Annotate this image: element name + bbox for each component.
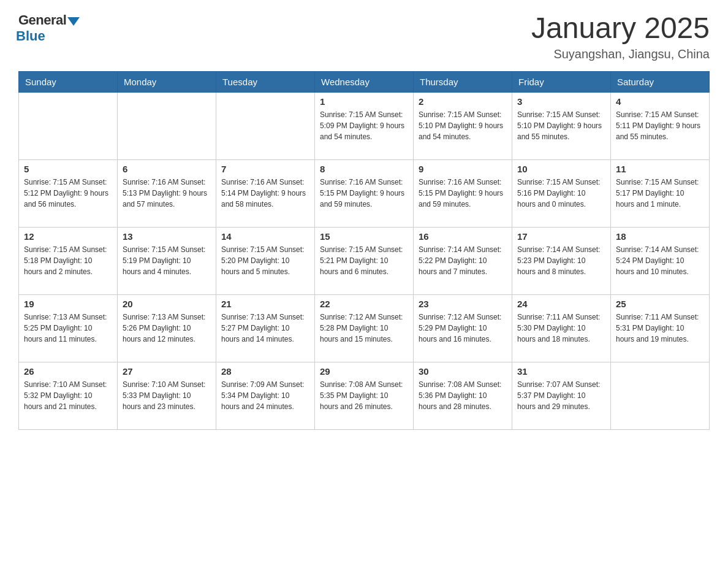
header-sunday: Sunday [19, 71, 118, 92]
day-number: 22 [320, 299, 408, 309]
header-monday: Monday [118, 71, 216, 92]
day-number: 30 [419, 366, 507, 377]
day-info: Sunrise: 7:13 AM Sunset: 5:25 PM Dayligh… [24, 312, 112, 345]
header-friday: Friday [512, 71, 611, 92]
table-row: 22Sunrise: 7:12 AM Sunset: 5:28 PM Dayli… [315, 294, 414, 362]
table-row: 24Sunrise: 7:11 AM Sunset: 5:30 PM Dayli… [512, 294, 611, 362]
day-number: 11 [616, 164, 704, 174]
day-info: Sunrise: 7:11 AM Sunset: 5:30 PM Dayligh… [517, 312, 605, 345]
day-number: 25 [616, 299, 704, 309]
table-row: 8Sunrise: 7:16 AM Sunset: 5:15 PM Daylig… [315, 159, 414, 227]
table-row: 21Sunrise: 7:13 AM Sunset: 5:27 PM Dayli… [216, 294, 315, 362]
table-row: 19Sunrise: 7:13 AM Sunset: 5:25 PM Dayli… [19, 294, 118, 362]
day-info: Sunrise: 7:08 AM Sunset: 5:35 PM Dayligh… [320, 379, 408, 412]
table-row: 25Sunrise: 7:11 AM Sunset: 5:31 PM Dayli… [611, 294, 710, 362]
day-number: 3 [517, 96, 605, 107]
day-number: 27 [123, 366, 211, 377]
table-row: 12Sunrise: 7:15 AM Sunset: 5:18 PM Dayli… [19, 227, 118, 294]
day-number: 7 [221, 164, 309, 174]
table-row: 20Sunrise: 7:13 AM Sunset: 5:26 PM Dayli… [118, 294, 216, 362]
calendar-week-row: 5Sunrise: 7:15 AM Sunset: 5:12 PM Daylig… [19, 159, 710, 227]
calendar-week-row: 26Sunrise: 7:10 AM Sunset: 5:32 PM Dayli… [19, 362, 710, 429]
day-number: 28 [221, 366, 309, 377]
table-row: 14Sunrise: 7:15 AM Sunset: 5:20 PM Dayli… [216, 227, 315, 294]
day-info: Sunrise: 7:12 AM Sunset: 5:28 PM Dayligh… [320, 312, 408, 345]
table-row: 3Sunrise: 7:15 AM Sunset: 5:10 PM Daylig… [512, 92, 611, 159]
table-row: 4Sunrise: 7:15 AM Sunset: 5:11 PM Daylig… [611, 92, 710, 159]
day-info: Sunrise: 7:10 AM Sunset: 5:32 PM Dayligh… [24, 379, 112, 412]
month-title: January 2025 [531, 12, 710, 45]
header-thursday: Thursday [414, 71, 512, 92]
calendar-week-row: 1Sunrise: 7:15 AM Sunset: 5:09 PM Daylig… [19, 92, 710, 159]
table-row: 29Sunrise: 7:08 AM Sunset: 5:35 PM Dayli… [315, 362, 414, 429]
day-info: Sunrise: 7:07 AM Sunset: 5:37 PM Dayligh… [517, 379, 605, 412]
table-row: 9Sunrise: 7:16 AM Sunset: 5:15 PM Daylig… [414, 159, 512, 227]
table-row: 6Sunrise: 7:16 AM Sunset: 5:13 PM Daylig… [118, 159, 216, 227]
day-info: Sunrise: 7:09 AM Sunset: 5:34 PM Dayligh… [221, 379, 309, 412]
location-text: Suyangshan, Jiangsu, China [531, 47, 710, 61]
table-row: 16Sunrise: 7:14 AM Sunset: 5:22 PM Dayli… [414, 227, 512, 294]
day-number: 15 [320, 231, 408, 242]
day-info: Sunrise: 7:13 AM Sunset: 5:27 PM Dayligh… [221, 312, 309, 345]
day-info: Sunrise: 7:15 AM Sunset: 5:17 PM Dayligh… [616, 177, 704, 210]
table-row: 11Sunrise: 7:15 AM Sunset: 5:17 PM Dayli… [611, 159, 710, 227]
day-number: 17 [517, 231, 605, 242]
calendar-week-row: 19Sunrise: 7:13 AM Sunset: 5:25 PM Dayli… [19, 294, 710, 362]
table-row: 18Sunrise: 7:14 AM Sunset: 5:24 PM Dayli… [611, 227, 710, 294]
day-number: 2 [419, 96, 507, 107]
table-row: 30Sunrise: 7:08 AM Sunset: 5:36 PM Dayli… [414, 362, 512, 429]
table-row: 27Sunrise: 7:10 AM Sunset: 5:33 PM Dayli… [118, 362, 216, 429]
logo: General Blue [18, 12, 80, 44]
day-info: Sunrise: 7:16 AM Sunset: 5:15 PM Dayligh… [419, 177, 507, 210]
table-row: 7Sunrise: 7:16 AM Sunset: 5:14 PM Daylig… [216, 159, 315, 227]
table-row: 1Sunrise: 7:15 AM Sunset: 5:09 PM Daylig… [315, 92, 414, 159]
page-header: General Blue January 2025 Suyangshan, Ji… [18, 12, 710, 61]
day-info: Sunrise: 7:15 AM Sunset: 5:10 PM Dayligh… [419, 109, 507, 142]
day-number: 31 [517, 366, 605, 377]
day-info: Sunrise: 7:16 AM Sunset: 5:14 PM Dayligh… [221, 177, 309, 210]
day-info: Sunrise: 7:15 AM Sunset: 5:10 PM Dayligh… [517, 109, 605, 142]
table-row: 23Sunrise: 7:12 AM Sunset: 5:29 PM Dayli… [414, 294, 512, 362]
logo-general-text: General [18, 12, 66, 28]
day-info: Sunrise: 7:14 AM Sunset: 5:23 PM Dayligh… [517, 244, 605, 277]
table-row: 17Sunrise: 7:14 AM Sunset: 5:23 PM Dayli… [512, 227, 611, 294]
day-info: Sunrise: 7:15 AM Sunset: 5:12 PM Dayligh… [24, 177, 112, 210]
day-number: 10 [517, 164, 605, 174]
day-number: 14 [221, 231, 309, 242]
day-number: 9 [419, 164, 507, 174]
table-row: 26Sunrise: 7:10 AM Sunset: 5:32 PM Dayli… [19, 362, 118, 429]
day-number: 8 [320, 164, 408, 174]
day-number: 4 [616, 96, 704, 107]
day-info: Sunrise: 7:14 AM Sunset: 5:24 PM Dayligh… [616, 244, 704, 277]
day-number: 19 [24, 299, 112, 309]
day-info: Sunrise: 7:15 AM Sunset: 5:20 PM Dayligh… [221, 244, 309, 277]
day-number: 29 [320, 366, 408, 377]
logo-blue-text: Blue [16, 28, 45, 44]
table-row: 15Sunrise: 7:15 AM Sunset: 5:21 PM Dayli… [315, 227, 414, 294]
table-row: 28Sunrise: 7:09 AM Sunset: 5:34 PM Dayli… [216, 362, 315, 429]
day-info: Sunrise: 7:15 AM Sunset: 5:09 PM Dayligh… [320, 109, 408, 142]
calendar-week-row: 12Sunrise: 7:15 AM Sunset: 5:18 PM Dayli… [19, 227, 710, 294]
day-number: 26 [24, 366, 112, 377]
day-number: 5 [24, 164, 112, 174]
day-info: Sunrise: 7:16 AM Sunset: 5:15 PM Dayligh… [320, 177, 408, 210]
table-row: 10Sunrise: 7:15 AM Sunset: 5:16 PM Dayli… [512, 159, 611, 227]
day-number: 20 [123, 299, 211, 309]
table-row [118, 92, 216, 159]
day-info: Sunrise: 7:16 AM Sunset: 5:13 PM Dayligh… [123, 177, 211, 210]
title-section: January 2025 Suyangshan, Jiangsu, China [531, 12, 710, 61]
table-row [19, 92, 118, 159]
day-number: 1 [320, 96, 408, 107]
day-number: 16 [419, 231, 507, 242]
day-number: 18 [616, 231, 704, 242]
logo-arrow-icon [67, 17, 80, 26]
table-row: 13Sunrise: 7:15 AM Sunset: 5:19 PM Dayli… [118, 227, 216, 294]
day-info: Sunrise: 7:08 AM Sunset: 5:36 PM Dayligh… [419, 379, 507, 412]
day-info: Sunrise: 7:15 AM Sunset: 5:11 PM Dayligh… [616, 109, 704, 142]
day-number: 12 [24, 231, 112, 242]
table-row: 5Sunrise: 7:15 AM Sunset: 5:12 PM Daylig… [19, 159, 118, 227]
day-info: Sunrise: 7:12 AM Sunset: 5:29 PM Dayligh… [419, 312, 507, 345]
table-row: 31Sunrise: 7:07 AM Sunset: 5:37 PM Dayli… [512, 362, 611, 429]
header-tuesday: Tuesday [216, 71, 315, 92]
day-number: 21 [221, 299, 309, 309]
